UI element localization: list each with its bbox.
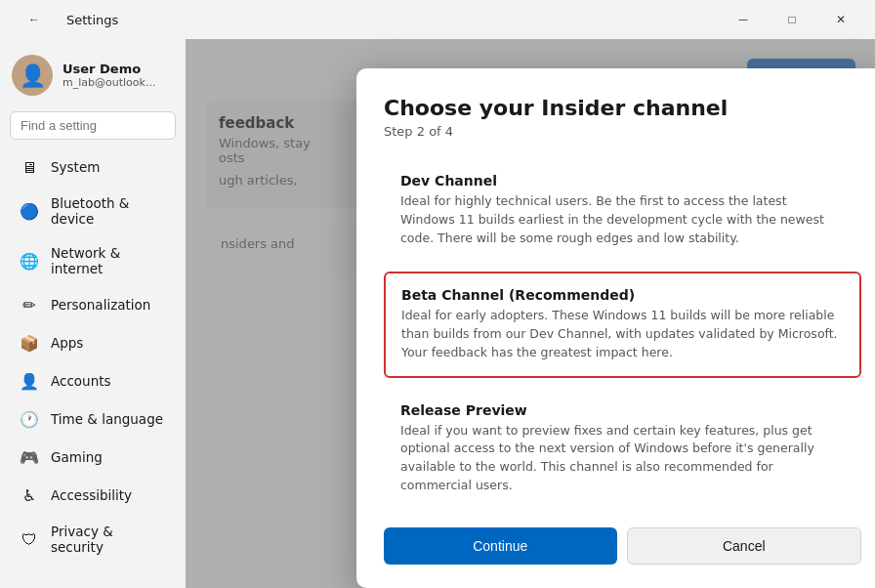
network-icon: 🌐: [20, 251, 39, 271]
time-icon: 🕐: [20, 409, 39, 429]
channel-option-release[interactable]: Release Preview Ideal if you want to pre…: [384, 388, 861, 510]
maximize-button[interactable]: □: [770, 4, 814, 35]
close-button[interactable]: ✕: [818, 4, 863, 35]
sidebar-item-label: Personalization: [51, 297, 150, 313]
back-icon: ←: [28, 13, 40, 26]
sidebar-item-label: Bluetooth & device: [51, 195, 166, 227]
sidebar-item-accounts[interactable]: 👤 Accounts: [6, 362, 180, 399]
channel-option-beta[interactable]: Beta Channel (Recommended) Ideal for ear…: [384, 272, 861, 377]
apps-icon: 📦: [20, 333, 39, 353]
sidebar-item-personalization[interactable]: ✏️ Personalization: [6, 286, 180, 323]
back-button[interactable]: ←: [12, 4, 57, 35]
sidebar-item-apps[interactable]: 📦 Apps: [6, 324, 180, 361]
gaming-icon: 🎮: [20, 447, 39, 467]
dialog-step: Step 2 of 4: [384, 124, 861, 139]
accounts-icon: 👤: [20, 371, 39, 391]
sidebar-item-time[interactable]: 🕐 Time & language: [6, 400, 180, 438]
sidebar-item-system[interactable]: 🖥 System: [6, 148, 180, 186]
user-card[interactable]: 👤 User Demo m_lab@outlook...: [0, 47, 186, 107]
sidebar-item-label: Time & language: [51, 411, 163, 427]
minimize-icon: ─: [739, 13, 748, 26]
maximize-icon: □: [788, 13, 795, 26]
privacy-icon: 🛡: [20, 529, 39, 549]
window-controls: ─ □ ✕: [721, 4, 863, 35]
channel-name-dev: Dev Channel: [400, 173, 845, 189]
content-area: Get started ∧ feedback Windows, stayosts…: [186, 39, 875, 588]
system-icon: 🖥: [20, 157, 39, 177]
cancel-button[interactable]: Cancel: [627, 527, 862, 565]
sidebar-item-accessibility[interactable]: ♿ Accessibility: [6, 477, 180, 514]
channel-option-dev[interactable]: Dev Channel Ideal for highly technical u…: [384, 158, 861, 262]
dialog-actions: Continue Cancel: [384, 527, 861, 565]
sidebar-item-label: Accounts: [51, 373, 111, 389]
channel-name-release: Release Preview: [400, 402, 845, 418]
app-title: Settings: [66, 13, 118, 27]
sidebar-item-label: Network & internet: [51, 245, 166, 276]
channel-desc-dev: Ideal for highly technical users. Be the…: [400, 192, 845, 247]
sidebar: 👤 User Demo m_lab@outlook... 🖥 System 🔵 …: [0, 39, 186, 588]
sidebar-item-label: System: [51, 159, 100, 175]
channel-desc-beta: Ideal for early adopters. These Windows …: [401, 307, 844, 361]
search-input[interactable]: [10, 111, 176, 140]
sidebar-item-gaming[interactable]: 🎮 Gaming: [6, 439, 180, 476]
dialog-title: Choose your Insider channel: [384, 96, 861, 120]
sidebar-item-bluetooth[interactable]: 🔵 Bluetooth & device: [6, 187, 180, 235]
channel-desc-release: Ideal if you want to preview fixes and c…: [400, 422, 845, 495]
user-name: User Demo: [62, 62, 155, 76]
personalization-icon: ✏️: [20, 295, 39, 315]
app-body: 👤 User Demo m_lab@outlook... 🖥 System 🔵 …: [0, 39, 875, 588]
user-email: m_lab@outlook...: [62, 76, 155, 89]
continue-button[interactable]: Continue: [384, 527, 617, 565]
sidebar-item-label: Apps: [51, 335, 83, 351]
sidebar-item-label: Gaming: [51, 449, 103, 465]
sidebar-item-label: Accessibility: [51, 487, 132, 503]
user-info: User Demo m_lab@outlook...: [62, 62, 155, 89]
sidebar-item-label: Privacy & security: [51, 524, 166, 555]
sidebar-item-privacy[interactable]: 🛡 Privacy & security: [6, 515, 180, 564]
bluetooth-icon: 🔵: [20, 201, 39, 221]
close-icon: ✕: [836, 13, 846, 26]
accessibility-icon: ♿: [20, 485, 39, 505]
avatar: 👤: [12, 55, 53, 96]
channel-name-beta: Beta Channel (Recommended): [401, 287, 844, 303]
title-bar: ← Settings ─ □ ✕: [0, 0, 875, 39]
insider-channel-dialog: Choose your Insider channel Step 2 of 4 …: [356, 68, 875, 588]
minimize-button[interactable]: ─: [721, 4, 766, 35]
sidebar-item-network[interactable]: 🌐 Network & internet: [6, 236, 180, 285]
